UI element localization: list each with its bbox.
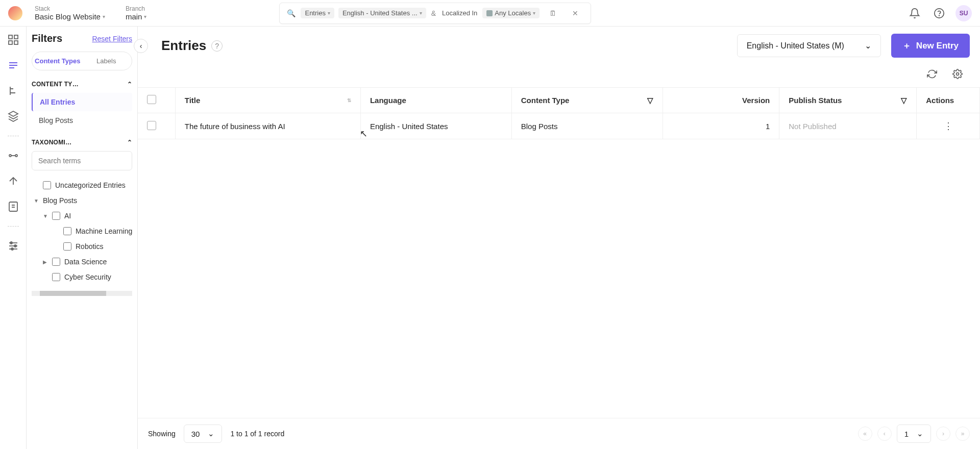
stack-value: Basic Blog Website [35, 12, 101, 21]
branch-label: Branch [126, 5, 147, 12]
branch-value: main [126, 12, 142, 21]
search-icon: 🔍 [287, 9, 296, 17]
svg-point-0 [935, 8, 944, 17]
search-scope-pill[interactable]: Entries▾ [301, 8, 334, 18]
top-bar: Stack Basic Blog Website▾ Branch main▾ 🔍… [0, 0, 980, 27]
app-logo[interactable] [8, 6, 22, 20]
clear-search-icon[interactable]: ✕ [567, 5, 583, 21]
notifications-icon[interactable] [906, 5, 923, 21]
stack-label: Stack [35, 5, 105, 12]
svg-point-1 [939, 15, 940, 16]
search-and: & [431, 9, 436, 17]
branch-selector[interactable]: Branch main▾ [126, 5, 147, 21]
global-search[interactable]: 🔍 Entries▾ English - United States ...▾ … [279, 3, 591, 24]
help-icon[interactable] [931, 5, 947, 21]
save-search-icon[interactable]: 🗓 [545, 5, 561, 21]
stack-selector[interactable]: Stack Basic Blog Website▾ [35, 5, 105, 21]
locale-icon [486, 10, 493, 16]
chevron-down-icon: ▾ [103, 14, 105, 19]
search-localized-label: Localized In [442, 9, 477, 17]
search-language-pill[interactable]: English - United States ...▾ [338, 8, 426, 18]
user-avatar[interactable]: SU [955, 5, 972, 21]
search-locale-pill[interactable]: Any Locales▾ [482, 8, 540, 18]
chevron-down-icon: ▾ [144, 14, 146, 19]
